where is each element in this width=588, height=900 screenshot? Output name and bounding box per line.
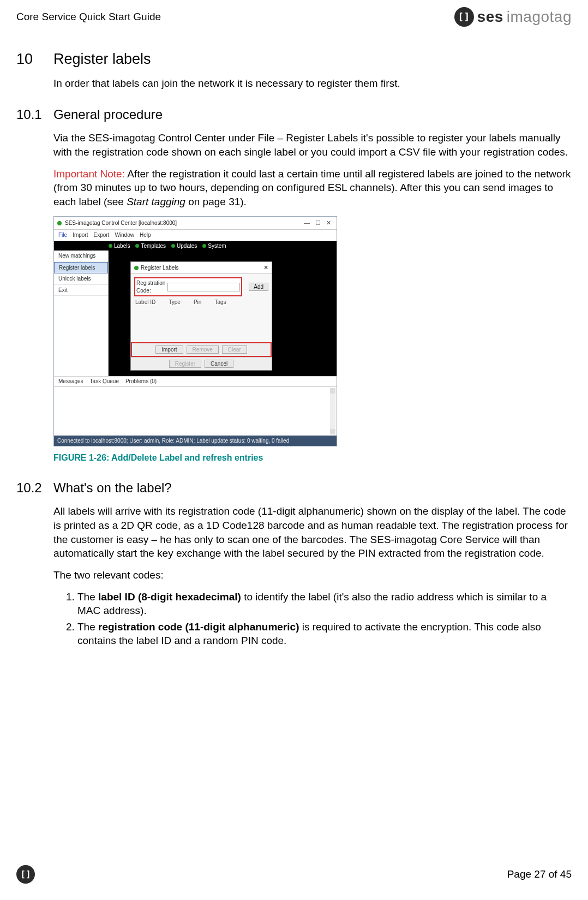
page-header: Core Service Quick Start Guide [] sesima…	[16, 7, 572, 27]
brand-ses: ses	[477, 7, 503, 27]
footer-logo-icon: []	[16, 865, 35, 884]
footer-glyph: []	[20, 868, 31, 880]
ss-menubar: File Import Export Window Help	[54, 230, 337, 241]
tab-dot-icon	[171, 244, 175, 248]
section-title-10-1: General procedure	[53, 106, 163, 123]
dialog-action-row: Register Cancel	[131, 357, 272, 370]
page-number: Page 27 of 45	[507, 867, 572, 881]
tab-problems[interactable]: Problems (0)	[125, 378, 157, 385]
col-tags: Tags	[214, 299, 226, 306]
section-10-2-p2: The two relevant codes:	[53, 568, 572, 582]
menu-help[interactable]: Help	[140, 231, 151, 239]
list-item: The label ID (8-digit hexadecimal) to id…	[77, 590, 572, 618]
minimize-icon[interactable]: —	[304, 219, 310, 227]
section-10-2-body: All labels will arrive with its registra…	[53, 504, 572, 648]
section-10-2-heading: 10.2 What's on the label?	[16, 479, 572, 497]
col-label-id: Label ID	[135, 299, 155, 306]
tab-updates[interactable]: Updates	[171, 242, 197, 250]
dialog-close-icon[interactable]: ✕	[263, 264, 268, 272]
tab-dot-icon	[135, 244, 139, 248]
menu-file[interactable]: File	[58, 231, 67, 239]
tab-messages[interactable]: Messages	[58, 378, 83, 385]
scroll-up-icon[interactable]	[330, 388, 335, 394]
dialog-title: Register Labels	[141, 264, 178, 272]
ss-file-dropdown: New matchings Register labels Unlock lab…	[54, 251, 109, 376]
li1-pre: The	[77, 591, 98, 603]
li2-pre: The	[77, 621, 98, 633]
dialog-body: Registration Code: Add Label ID Type Pin…	[131, 274, 272, 342]
register-button[interactable]: Register	[169, 360, 201, 368]
section-10-body: In order that labels can join the networ…	[53, 76, 572, 91]
register-labels-dialog: Register Labels ✕ Registration Code: Add	[130, 261, 272, 370]
menu-export[interactable]: Export	[93, 231, 109, 239]
codes-list: The label ID (8-digit hexadecimal) to id…	[77, 590, 572, 648]
registration-code-highlight: Registration Code:	[134, 277, 242, 296]
tab-dot-icon	[202, 244, 206, 248]
remove-button[interactable]: Remove	[187, 345, 219, 354]
li2-bold: registration code (11-digit alphanumeric…	[98, 621, 299, 633]
menu-item-new-matchings[interactable]: New matchings	[54, 251, 108, 262]
section-10-heading: 10 Register labels	[16, 49, 572, 69]
brand-imagotag: imagotag	[507, 7, 572, 27]
tab-dot-icon	[109, 244, 112, 248]
list-item: The registration code (11-digit alphanum…	[77, 620, 572, 648]
ss-window-controls: — ☐ ✕	[304, 219, 333, 227]
tab-labels[interactable]: Labels	[109, 242, 130, 250]
dialog-table-header: Label ID Type Pin Tags	[134, 296, 268, 339]
clear-button[interactable]: Clear	[222, 345, 247, 354]
doc-title: Core Service Quick Start Guide	[16, 10, 161, 24]
section-num-10-1: 10.1	[16, 106, 43, 123]
figure-caption: FIGURE 1-26: Add/Delete Label and refres…	[53, 452, 572, 464]
registration-code-input[interactable]	[167, 283, 240, 291]
tab-task-queue[interactable]: Task Queue	[90, 378, 119, 385]
brand-glyph: []	[458, 10, 470, 23]
import-button[interactable]: Import	[155, 345, 183, 354]
section-title-10: Register labels	[53, 49, 151, 69]
maximize-icon[interactable]: ☐	[315, 219, 321, 227]
dialog-import-row: Import Remove Clear	[131, 342, 272, 357]
menu-item-unlock-labels[interactable]: Unlock labels	[54, 273, 108, 285]
scroll-down-icon[interactable]	[330, 429, 335, 434]
scrollbar[interactable]	[330, 388, 335, 434]
menu-window[interactable]: Window	[115, 231, 134, 239]
menu-item-register-labels[interactable]: Register labels	[54, 262, 108, 274]
ss-message-area	[54, 386, 337, 436]
ss-window-title: SES-imagotag Control Center [localhost:8…	[65, 219, 301, 227]
col-type: Type	[169, 299, 181, 306]
cancel-button[interactable]: Cancel	[205, 360, 233, 368]
ss-main: New matchings Register labels Unlock lab…	[54, 251, 337, 376]
app-status-icon	[57, 221, 62, 225]
important-note-label: Important Note:	[53, 168, 125, 180]
brand-icon: []	[454, 7, 474, 27]
section-10-intro: In order that labels can join the networ…	[53, 76, 572, 91]
registration-code-row: Registration Code: Add	[134, 277, 268, 296]
tab-system[interactable]: System	[202, 242, 226, 250]
section-10-2-p1: All labels will arrive with its registra…	[53, 504, 572, 561]
important-note-tail: on page 31).	[185, 196, 247, 207]
ss-titlebar: SES-imagotag Control Center [localhost:8…	[54, 217, 337, 230]
li1-bold: label ID (8-digit hexadecimal)	[98, 591, 241, 603]
section-10-1-important: Important Note: After the registration i…	[53, 167, 572, 209]
registration-code-label: Registration Code:	[136, 279, 165, 294]
ss-dark-area: Register Labels ✕ Registration Code: Add	[109, 251, 337, 376]
col-pin: Pin	[194, 299, 201, 306]
section-num-10: 10	[16, 49, 43, 69]
section-10-1-body: Via the SES-imagotag Control Center unde…	[53, 131, 572, 464]
dialog-status-icon	[134, 266, 139, 270]
embedded-screenshot: SES-imagotag Control Center [localhost:8…	[53, 216, 337, 446]
dialog-titlebar: Register Labels ✕	[131, 262, 272, 274]
important-note-italic: Start tagging	[127, 196, 185, 207]
section-10-1-p1: Via the SES-imagotag Control Center unde…	[53, 131, 572, 159]
ss-status-bar: Connected to localhost:8000; User: admin…	[54, 436, 337, 446]
menu-import[interactable]: Import	[73, 231, 88, 239]
page-footer: [] Page 27 of 45	[16, 865, 572, 884]
ss-bottom-tabs: Messages Task Queue Problems (0)	[54, 376, 337, 386]
section-10-1-heading: 10.1 General procedure	[16, 106, 572, 123]
section-title-10-2: What's on the label?	[53, 479, 172, 497]
add-button[interactable]: Add	[249, 283, 268, 291]
tab-templates[interactable]: Templates	[135, 242, 166, 250]
close-icon[interactable]: ✕	[326, 219, 331, 227]
section-num-10-2: 10.2	[16, 479, 43, 497]
menu-item-exit[interactable]: Exit	[54, 285, 108, 296]
ss-tab-bar: Labels Templates Updates System	[54, 241, 337, 251]
